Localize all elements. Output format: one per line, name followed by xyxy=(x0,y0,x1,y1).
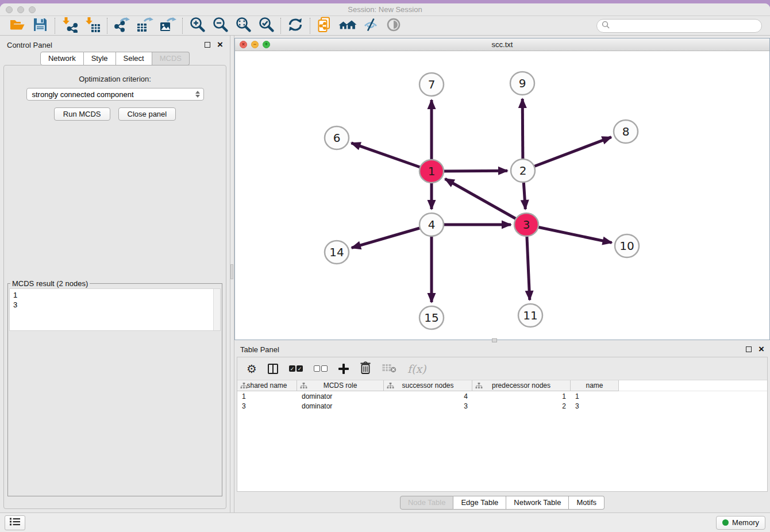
shared-column-icon xyxy=(387,383,394,391)
horizontal-splitter-handle[interactable] xyxy=(492,338,497,342)
control-panel-tabs: NetworkStyleSelectMCDS xyxy=(0,52,230,65)
graph-node-label-6: 6 xyxy=(333,131,341,145)
column-header-MCDS-role[interactable]: MCDS role xyxy=(297,380,384,391)
duplicate-network-button[interactable] xyxy=(313,17,336,35)
network-canvas[interactable]: 7968124314101511 xyxy=(235,51,769,340)
table-row-1[interactable]: 1dominator411 xyxy=(237,391,767,401)
zoom-out-button[interactable] xyxy=(209,17,232,35)
list-icon xyxy=(9,517,21,528)
zoom-selected-button[interactable] xyxy=(255,17,278,35)
float-panel-icon[interactable] xyxy=(205,42,210,48)
column-header-successor-nodes[interactable]: successor nodes xyxy=(384,380,472,391)
close-panel-icon[interactable]: × xyxy=(217,42,223,48)
table-tab-motifs[interactable]: Motifs xyxy=(569,496,605,510)
table-cell[interactable]: 2 xyxy=(472,401,571,411)
fx-icon: f(x) xyxy=(407,363,426,375)
graph-node-label-1: 1 xyxy=(428,164,436,178)
mcds-tab-content: Optimization criterion: strongly connect… xyxy=(3,65,226,509)
table-tab-node-table[interactable]: Node Table xyxy=(400,496,454,510)
graph-node-label-15: 15 xyxy=(424,311,438,325)
column-header-shared-name[interactable]: shared name xyxy=(237,380,297,391)
network-window-titlebar[interactable]: × − + scc.txt xyxy=(235,38,769,51)
memory-label: Memory xyxy=(732,518,759,527)
mcds-result-list[interactable]: 1 3 xyxy=(9,288,221,331)
graph-node-label-8: 8 xyxy=(622,125,630,138)
table-cell[interactable]: dominator xyxy=(297,401,384,411)
show-columns-button[interactable] xyxy=(268,364,278,374)
table-cell[interactable]: dominator xyxy=(297,391,384,401)
table-cell[interactable]: 3 xyxy=(571,401,619,411)
show-hide-button[interactable] xyxy=(382,17,405,35)
select-all-button[interactable]: ✓✓ xyxy=(289,365,303,372)
homes-icon xyxy=(338,18,357,33)
table-cell[interactable]: 3 xyxy=(237,401,297,411)
search-field[interactable] xyxy=(596,19,762,33)
table-header-row: shared nameMCDS rolesuccessor nodesprede… xyxy=(237,380,767,391)
shared-column-icon xyxy=(475,383,483,391)
table-tab-network-table[interactable]: Network Table xyxy=(506,496,569,510)
horizontal-splitter[interactable] xyxy=(234,340,770,342)
tab-select[interactable]: Select xyxy=(116,52,152,65)
columns-icon xyxy=(268,364,278,374)
toolbar-separator xyxy=(182,18,183,34)
zoom-out-icon xyxy=(211,16,229,35)
graphics-details-button[interactable] xyxy=(359,17,382,35)
tab-style[interactable]: Style xyxy=(84,52,116,65)
toolbar-separator xyxy=(107,18,107,34)
delete-column-button[interactable] xyxy=(360,361,371,376)
task-history-button[interactable] xyxy=(5,515,25,530)
save-session-button[interactable] xyxy=(29,17,52,35)
table-options-button[interactable]: ⚙ xyxy=(247,363,257,375)
zoom-fit-button[interactable] xyxy=(232,17,255,35)
import-table-button[interactable] xyxy=(81,17,104,35)
table-cell[interactable]: 4 xyxy=(384,391,472,401)
graph-node-label-11: 11 xyxy=(523,309,537,322)
tab-mcds[interactable]: MCDS xyxy=(152,52,190,65)
column-header-name[interactable]: name xyxy=(571,380,619,391)
table-cell[interactable]: 1 xyxy=(237,391,297,401)
result-scrollbar[interactable] xyxy=(213,289,220,330)
open-session-button[interactable] xyxy=(6,17,29,35)
export-image-icon xyxy=(159,17,176,34)
table-toolbar: ⚙ ✓✓ f(x) xyxy=(237,357,767,380)
edge-2-8[interactable] xyxy=(523,137,611,171)
edge-3-10[interactable] xyxy=(526,225,612,242)
graph-node-label-9: 9 xyxy=(519,76,526,90)
title-bar: Session: New Session xyxy=(0,3,770,16)
import-network-button[interactable] xyxy=(58,17,81,35)
network-graph[interactable]: 7968124314101511 xyxy=(235,51,769,340)
table-cell[interactable]: 1 xyxy=(472,391,571,401)
criterion-value: strongly connected component xyxy=(32,90,134,99)
app-window: Session: New Session xyxy=(0,3,770,532)
table-row-2[interactable]: 3dominator323 xyxy=(237,401,767,411)
control-panel: Control Panel × NetworkStyleSelectMCDS O… xyxy=(0,36,230,512)
close-table-panel-icon[interactable]: × xyxy=(759,346,764,352)
splitter-handle[interactable] xyxy=(230,264,233,279)
column-header-filler xyxy=(619,380,767,391)
tab-network[interactable]: Network xyxy=(40,52,84,65)
close-panel-button[interactable]: Close panel xyxy=(118,107,176,121)
table-tab-edge-table[interactable]: Edge Table xyxy=(453,496,506,510)
search-input[interactable] xyxy=(613,21,757,30)
run-mcds-button[interactable]: Run MCDS xyxy=(54,107,110,121)
table-cell[interactable]: 1 xyxy=(571,391,619,401)
export-table-button[interactable] xyxy=(133,17,156,35)
unchecked-boxes-icon xyxy=(314,365,328,372)
apply-layout-button[interactable] xyxy=(284,17,307,35)
export-image-button[interactable] xyxy=(156,17,179,35)
checked-boxes-icon: ✓✓ xyxy=(289,365,303,372)
control-panel-title: Control Panel xyxy=(7,41,52,49)
add-column-button[interactable] xyxy=(338,364,349,374)
zoom-in-button[interactable] xyxy=(186,17,209,35)
criterion-dropdown[interactable]: strongly connected component xyxy=(26,88,204,101)
table-cell[interactable]: 3 xyxy=(384,401,472,411)
column-header-predecessor-nodes[interactable]: predecessor nodes xyxy=(472,380,571,391)
float-table-panel-icon[interactable] xyxy=(746,346,752,352)
network-overview-button[interactable] xyxy=(336,17,359,35)
open-folder-icon xyxy=(9,17,25,34)
memory-button[interactable]: Memory xyxy=(716,516,765,530)
edge-3-1[interactable] xyxy=(445,179,526,225)
vertical-splitter[interactable] xyxy=(230,36,234,512)
export-network-button[interactable] xyxy=(110,17,133,35)
deselect-all-button[interactable] xyxy=(314,365,328,372)
